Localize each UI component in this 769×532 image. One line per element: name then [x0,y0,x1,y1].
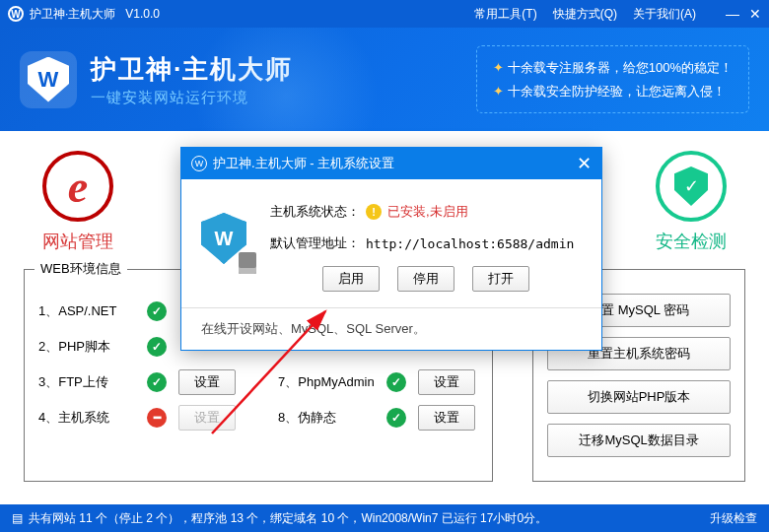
warning-icon: ! [366,204,382,220]
check-icon: ✓ [386,408,406,428]
stop-button[interactable]: 停用 [397,266,454,292]
minimize-button[interactable]: — [726,6,739,22]
feature-security[interactable]: ✓ 安全检测 [637,151,745,253]
env-row: 7、PhpMyAdmin ✓ 设置 [278,365,478,400]
error-icon: ━ [147,408,167,428]
app-logo-icon: W [8,6,24,22]
titlebar-menu: 常用工具(T) 快捷方式(Q) 关于我们(A) [474,6,696,23]
statusbar: ▤ 共有网站 11 个（停止 2 个），程序池 13 个，绑定域名 10 个，W… [0,504,769,532]
env-panel-title: WEB环境信息 [35,260,127,278]
promo-box: 十余载专注服务器，给您100%的稳定！ 十余载安全防护经验，让您远离入侵！ [476,45,749,113]
titlebar: W 护卫神·主机大师 V1.0.0 常用工具(T) 快捷方式(Q) 关于我们(A… [0,0,769,28]
env-row: 4、主机系统 ━ 设置 [38,400,239,435]
check-icon: ✓ [147,301,167,321]
env-row: 3、FTP上传 ✓ 设置 [38,365,239,400]
check-icon: ✓ [147,372,167,392]
dialog-footer: 在线开设网站、MySQL、SQL Server。 [181,307,601,350]
feature-web-manage[interactable]: e 网站管理 [24,151,132,253]
statusbar-icon: ▤ [12,511,23,525]
settings-button[interactable]: 设置 [178,369,236,395]
ie-icon: e [42,151,113,222]
addr-value: http://localhost:6588/admin [366,236,574,251]
migrate-mysql-button[interactable]: 迁移MySQL数据目录 [547,424,731,457]
header-logo-icon: W [20,51,77,108]
menu-shortcuts[interactable]: 快捷方式(Q) [553,6,617,23]
settings-button[interactable]: 设置 [418,369,475,395]
dialog-title: 护卫神.主机大师 - 主机系统设置 [213,155,394,172]
close-button[interactable]: ✕ [749,6,761,22]
status-label: 主机系统状态： [270,203,360,221]
header-subtitle: 一键安装网站运行环境 [91,89,293,107]
upgrade-check-link[interactable]: 升级检查 [710,510,757,527]
promo-line-2: 十余载安全防护经验，让您远离入侵！ [493,80,733,102]
feature-web-label: 网站管理 [24,230,132,253]
feature-security-label: 安全检测 [637,230,745,253]
app-name: 护卫神·主机大师 [30,6,115,23]
env-row: 8、伪静态 ✓ 设置 [278,400,478,435]
menu-about[interactable]: 关于我们(A) [633,6,696,23]
app-version: V1.0.0 [125,7,160,21]
statusbar-text: 共有网站 11 个（停止 2 个），程序池 13 个，绑定域名 10 个，Win… [29,510,547,527]
host-settings-dialog: W 护卫神.主机大师 - 主机系统设置 ✕ W 主机系统状态： ! 已安装,未启… [180,147,602,351]
enable-button[interactable]: 启用 [322,266,380,292]
switch-php-button[interactable]: 切换网站PHP版本 [547,380,731,414]
status-value: 已安装,未启用 [387,203,468,221]
settings-button[interactable]: 设置 [178,405,236,431]
check-icon: ✓ [147,337,167,357]
addr-label: 默认管理地址： [270,234,360,252]
header-title: 护卫神·主机大师 [91,52,293,87]
settings-button[interactable]: 设置 [418,405,475,431]
header-banner: W 护卫神·主机大师 一键安装网站运行环境 十余载专注服务器，给您100%的稳定… [0,28,769,131]
dialog-titlebar: W 护卫神.主机大师 - 主机系统设置 ✕ [181,148,601,179]
server-icon [239,252,256,274]
shield-icon: ✓ [656,151,727,222]
dialog-close-button[interactable]: ✕ [577,153,592,174]
check-icon: ✓ [386,372,406,392]
dialog-logo-icon: W [191,156,207,171]
menu-tools[interactable]: 常用工具(T) [474,6,536,23]
open-button[interactable]: 打开 [472,266,529,292]
dialog-shield-icon: W [201,213,252,270]
promo-line-1: 十余载专注服务器，给您100%的稳定！ [493,56,733,79]
